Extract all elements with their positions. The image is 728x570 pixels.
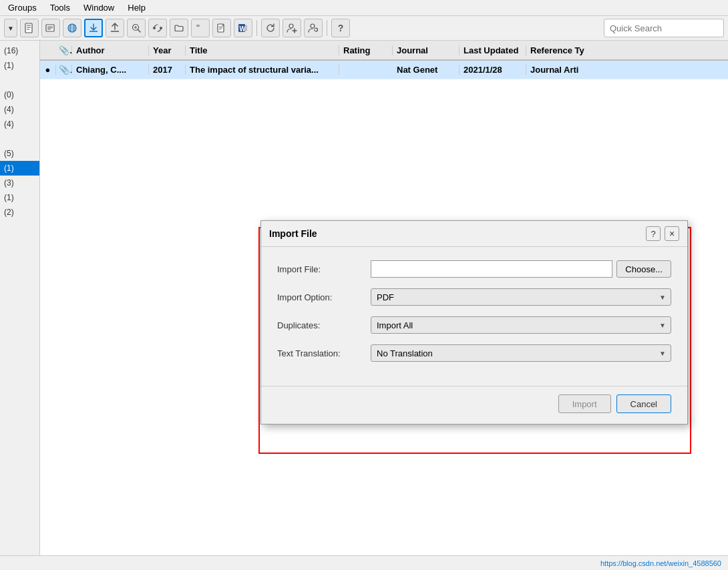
svg-text:": " <box>196 23 200 33</box>
quick-search-input[interactable] <box>604 19 724 37</box>
dialog-help-button[interactable]: ? <box>646 226 661 241</box>
duplicates-select[interactable]: Import All Discard Duplicates Import int… <box>371 316 671 334</box>
cell-author: Chiang, C.... <box>72 65 149 75</box>
sidebar-item-10[interactable]: (1) <box>0 190 39 205</box>
menu-tools[interactable]: Tools <box>47 1 73 14</box>
col-header-author[interactable]: Author <box>72 45 149 55</box>
svg-line-16 <box>138 30 141 33</box>
new-reference-btn[interactable] <box>20 19 39 37</box>
duplicates-select-wrapper: Import All Discard Duplicates Import int… <box>371 316 671 334</box>
word-export-btn[interactable]: W <box>234 19 252 37</box>
svg-point-19 <box>153 27 156 29</box>
status-url: https://blog.csdn.net/weixin_4588560 <box>600 559 721 567</box>
toolbar: ▼ " W ? <box>0 16 728 41</box>
dropdown-arrow-btn[interactable]: ▼ <box>4 19 17 37</box>
sidebar-item-5[interactable]: (4) <box>0 117 39 131</box>
svg-point-20 <box>160 27 162 29</box>
sidebar-item-7[interactable]: (5) <box>0 146 39 161</box>
col-header-title[interactable]: Title <box>186 45 339 55</box>
text-translation-select-wrapper: No Translation UTF-8 Unicode <box>371 344 671 362</box>
sidebar-item-2[interactable] <box>0 73 39 87</box>
sidebar-item-8[interactable]: (1) <box>0 161 39 176</box>
sidebar-item-6[interactable] <box>0 131 39 146</box>
text-translation-label: Text Translation: <box>277 348 371 358</box>
svg-point-28 <box>289 24 293 28</box>
col-header-attach: 📎 <box>56 45 72 55</box>
find-user-btn[interactable] <box>304 19 323 37</box>
sidebar: (16) (1) (0) (4) (4) (5) (1) (3) (1) (2) <box>0 41 40 570</box>
cell-status: ● <box>40 65 56 75</box>
svg-point-31 <box>311 24 315 28</box>
cell-reftype: Journal Arti <box>526 65 606 75</box>
cell-updated: 2021/1/28 <box>460 65 526 75</box>
find-full-text-btn[interactable] <box>127 19 146 37</box>
toolbar-sep-1 <box>256 20 257 36</box>
menu-window[interactable]: Window <box>81 1 117 14</box>
sidebar-item-11[interactable]: (2) <box>0 205 39 220</box>
choose-button[interactable]: Choose... <box>616 260 671 278</box>
duplicates-label: Duplicates: <box>277 320 371 330</box>
dialog-field-duplicates: Duplicates: Import All Discard Duplicate… <box>277 316 671 334</box>
sync-btn[interactable] <box>261 19 280 37</box>
open-folder-btn[interactable] <box>170 19 188 37</box>
quick-search-box <box>604 19 724 37</box>
dialog-footer: Import Cancel <box>261 386 687 424</box>
add-user-btn[interactable] <box>283 19 301 37</box>
quote-insert-btn[interactable]: " <box>191 19 210 37</box>
toolbar-sep-2 <box>327 20 327 36</box>
svg-rect-0 <box>25 23 32 33</box>
import-file-label: Import File: <box>277 264 371 274</box>
dialog-field-import-file: Import File: Choose... <box>277 260 671 278</box>
dialog-controls: ? × <box>646 226 679 241</box>
import-file-input[interactable] <box>371 260 612 278</box>
col-header-updated[interactable]: Last Updated <box>460 45 526 55</box>
help-btn[interactable]: ? <box>331 19 350 37</box>
dialog-close-button[interactable]: × <box>665 226 679 241</box>
export-upload-btn[interactable] <box>106 19 124 37</box>
col-header-reftype[interactable]: Reference Ty <box>526 45 606 55</box>
sidebar-item-1[interactable]: (1) <box>0 58 39 73</box>
sidebar-item-3[interactable]: (0) <box>0 87 39 102</box>
cell-journal: Nat Genet <box>393 65 460 75</box>
open-library-btn[interactable] <box>41 19 60 37</box>
cancel-button[interactable]: Cancel <box>616 394 671 413</box>
col-header-year[interactable]: Year <box>149 45 186 55</box>
status-bar: https://blog.csdn.net/weixin_4588560 <box>0 555 728 570</box>
sidebar-item-0[interactable]: (16) <box>0 43 39 58</box>
dialog-title-left: Import File <box>269 228 317 239</box>
cell-attach: 📎 <box>56 65 72 75</box>
svg-point-32 <box>315 28 318 31</box>
open-web-btn[interactable] <box>63 19 81 37</box>
menu-help[interactable]: Help <box>125 1 148 14</box>
dialog-field-import-option: Import Option: PDF EndNote Import BibTeX… <box>277 288 671 306</box>
import-file-dialog: Import File ? × Import File: Choose... I… <box>260 220 688 424</box>
sidebar-item-9[interactable]: (3) <box>0 176 39 190</box>
menu-bar: Groups Tools Window Help <box>0 0 728 16</box>
import-option-select-wrapper: PDF EndNote Import BibTeX RIS <box>371 288 671 306</box>
dialog-field-text-translation: Text Translation: No Translation UTF-8 U… <box>277 344 671 362</box>
import-option-select[interactable]: PDF EndNote Import BibTeX RIS <box>371 288 671 306</box>
import-download-btn[interactable] <box>84 19 103 37</box>
dialog-title: Import File <box>269 228 317 239</box>
col-header-rating[interactable]: Rating <box>339 45 393 55</box>
text-translation-select[interactable]: No Translation UTF-8 Unicode <box>371 344 671 362</box>
sidebar-item-4[interactable]: (4) <box>0 102 39 117</box>
table-row[interactable]: ● 📎 Chiang, C.... 2017 The impact of str… <box>40 61 728 79</box>
dialog-titlebar: Import File ? × <box>261 221 687 247</box>
dialog-body: Import File: Choose... Import Option: PD… <box>261 247 687 386</box>
cell-year: 2017 <box>149 65 186 75</box>
import-file-input-wrapper: Choose... <box>371 260 671 278</box>
table-header: 📎 Author Year Title Rating Journal Last … <box>40 41 728 61</box>
import-button[interactable]: Import <box>558 394 611 413</box>
cell-title: The impact of structural varia... <box>186 65 339 75</box>
col-header-journal[interactable]: Journal <box>393 45 460 55</box>
export-doc-btn[interactable] <box>212 19 231 37</box>
menu-groups[interactable]: Groups <box>5 1 39 14</box>
import-option-label: Import Option: <box>277 292 371 302</box>
insert-citation-btn[interactable] <box>148 19 167 37</box>
